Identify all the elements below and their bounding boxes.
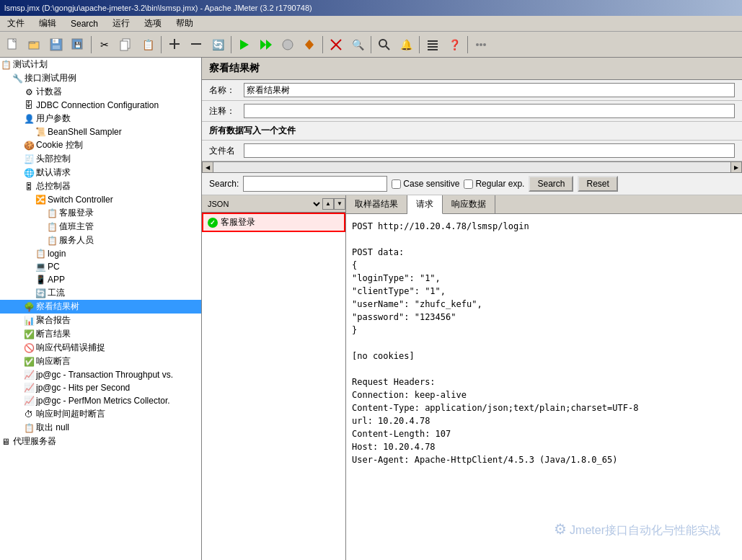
svg-rect-11 [120,41,128,50]
tree-item-extract-null[interactable]: 📋取出 null [0,421,201,435]
tree-item-kefu-login[interactable]: 📋客服登录 [0,206,201,220]
scroll-right-btn[interactable]: ▶ [730,161,742,173]
tree-item-label: 代理服务器 [13,435,56,448]
title-bar: lsmsp.jmx (D:\gongju\apache-jmeter-3.2\b… [0,0,742,16]
tree-item-user-params[interactable]: 👤用户参数 [0,112,201,125]
toolbar-search[interactable]: 🔍 [348,35,368,55]
tree-item-jp-throughput[interactable]: 📈jp@gc - Transaction Throughput vs. [0,368,201,381]
svg-marker-19 [305,40,314,50]
tree-item-label: Switch Controller [48,195,113,205]
detail-line: Content-Length: 107 [352,427,736,440]
toolbar-start[interactable] [234,35,255,55]
toolbar-paste[interactable]: 📋 [138,35,158,55]
tree-item-beanshell[interactable]: 📜BeanShell Sampler [0,125,201,138]
tree-node-icon: 🌐 [23,167,35,179]
menu-options[interactable]: 选项 [140,16,166,31]
tree-item-calculator[interactable]: ⚙计数器 [0,85,201,99]
scroll-left-btn[interactable]: ◀ [202,161,213,173]
toolbar-cut[interactable]: ✂ [94,35,115,55]
toolbar-shutdown[interactable] [299,35,319,55]
toolbar-clear[interactable] [326,35,346,55]
menu-file[interactable]: 文件 [3,16,29,31]
tree-item-jp-hits[interactable]: 📈jp@gc - Hits per Second [0,381,201,394]
tree-item-aggregate-report[interactable]: 📊聚合报告 [0,314,201,327]
tree-item-response-code-assert[interactable]: 🚫响应代码错误捕捉 [0,341,201,355]
toolbar-extra[interactable] [471,35,491,55]
right-panel: 察看结果树 名称： 注释： 所有数据写入一个文件 文件名 ◀ ▶ Search [202,58,742,560]
list-scroll-up[interactable]: ▲ [322,198,334,210]
tree-item-default-req[interactable]: 🌐默认请求 [0,166,201,179]
tree-item-total-ctrl[interactable]: 🎛总控制器 [0,179,201,193]
tree-item-response-time[interactable]: ⏱响应时间超时断言 [0,407,201,421]
tabs-row: 取样器结果 请求 响应数据 [346,195,742,214]
toolbar-collapse[interactable] [186,35,206,55]
tree-node-icon: 📈 [23,369,35,381]
menu-bar: 文件 编辑 Search 运行 选项 帮助 [0,16,742,32]
tree-item-interface-test[interactable]: 🔧接口测试用例 [0,71,201,85]
menu-edit[interactable]: 编辑 [35,16,61,31]
tree-node-icon: 🔀 [35,194,46,205]
tree-item-response-assert[interactable]: ✅响应断言 [0,355,201,368]
tree-item-login[interactable]: 📋login [0,247,201,260]
filename-input[interactable] [244,143,735,158]
results-list-header: JSON Text XML HTML ▲ ▼ [202,195,345,213]
tree-item-cookie-ctrl[interactable]: 🍪Cookie 控制 [0,138,201,152]
case-sensitive-checkbox[interactable] [392,179,401,189]
menu-search[interactable]: Search [66,17,102,30]
search-input[interactable] [243,176,387,192]
toolbar-help[interactable]: ❓ [444,35,464,55]
tree-item-header-ctrl[interactable]: 🧾头部控制 [0,152,201,166]
filename-row: 文件名 [202,141,742,161]
tree-item-view-result-tree[interactable]: 🌳察看结果树 [0,300,201,314]
search-button[interactable]: Search [529,176,573,192]
tab-response-data[interactable]: 响应数据 [443,195,495,213]
tab-request[interactable]: 请求 [407,195,443,214]
tree-item-switch-ctrl[interactable]: 🔀Switch Controller [0,193,201,206]
toolbar-sep-4 [322,36,323,53]
toolbar-save-as[interactable]: 💾 [68,35,88,55]
list-scroll-down[interactable]: ▼ [334,198,345,210]
tab-sampler-result[interactable]: 取样器结果 [346,195,407,213]
detail-line: [no cookies] [352,350,736,363]
toolbar-open[interactable] [25,35,45,55]
tree-item-label: 工流 [48,287,65,299]
search-row: Search: Case sensitive Regular exp. Sear… [202,173,742,195]
reset-button[interactable]: Reset [578,176,617,192]
tree-item-assert-result[interactable]: ✅断言结果 [0,327,201,341]
toolbar-copy[interactable] [116,35,136,55]
comment-input[interactable] [244,104,735,118]
detail-line: } [352,324,736,337]
toolbar-list[interactable] [423,35,443,55]
tree-item-proxy-server[interactable]: 🖥代理服务器 [0,435,201,448]
tree-item-workflow[interactable]: 🔄工流 [0,286,201,300]
tree-item-jp-perfmon[interactable]: 📈jp@gc - PerfMon Metrics Collector. [0,394,201,407]
file-header-label: 所有数据写入一个文件 [209,125,296,137]
menu-help[interactable]: 帮助 [172,16,198,31]
svg-rect-26 [428,46,438,48]
tree-node-icon: 📋 [46,235,58,246]
results-format-select[interactable]: JSON Text XML HTML [202,196,322,212]
toolbar: 💾 ✂ 📋 🔄 🔍 🔔 ❓ [0,32,742,58]
menu-run[interactable]: 运行 [108,16,134,31]
tree-item-service-person[interactable]: 📋服务人员 [0,234,201,247]
tree-item-label: Cookie 控制 [36,139,83,151]
toolbar-start-no-pause[interactable] [256,35,276,55]
svg-point-22 [379,40,387,47]
name-input[interactable] [244,83,735,97]
toolbar-save[interactable] [46,35,66,55]
toolbar-refresh[interactable]: 🔄 [208,35,228,55]
toolbar-bell[interactable]: 🔔 [396,35,416,55]
tree-item-jdbc-config[interactable]: 🗄JDBC Connection Configuration [0,99,201,112]
tree-item-pc[interactable]: 💻PC [0,260,201,273]
tree-node-icon: 📋 [46,221,58,233]
tree-item-test-plan[interactable]: 📋测试计划 [0,58,201,71]
tree-item-app[interactable]: 📱APP [0,273,201,286]
toolbar-new[interactable] [3,35,23,55]
detail-line: POST data: [352,246,736,259]
toolbar-expand[interactable] [164,35,185,55]
tree-item-shift-mgr[interactable]: 📋值班主管 [0,220,201,234]
toolbar-stop[interactable] [278,35,298,55]
result-item[interactable]: 客服登录 [202,213,345,232]
toolbar-browse[interactable] [374,35,394,55]
regex-checkbox[interactable] [464,179,473,189]
